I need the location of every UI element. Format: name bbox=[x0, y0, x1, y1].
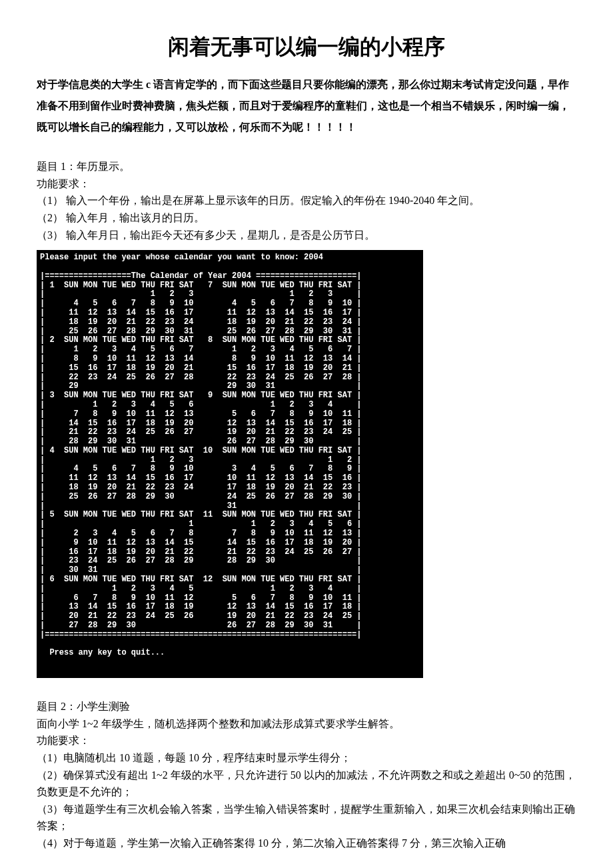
problem-1-req-label: 功能要求： bbox=[37, 175, 576, 193]
problem-1-item-2: （2） 输入年月，输出该月的日历。 bbox=[37, 209, 576, 227]
console-output: Please input the year whose calendar you… bbox=[37, 250, 423, 678]
problem-2-title: 题目 2：小学生测验 bbox=[37, 698, 576, 715]
problem-1-item-1: （1） 输入一个年份，输出是在屏幕上显示该年的日历。假定输入的年份在 1940-… bbox=[37, 192, 576, 209]
problem-1-item-3: （3） 输入年月日，输出距今天还有多少天，星期几，是否是公历节日。 bbox=[37, 227, 576, 244]
problem-2-item-3: （3）每道题学生有三次机会输入答案，当学生输入错误答案时，提醒学生重新输入，如果… bbox=[37, 801, 576, 835]
intro-paragraph: 对于学信息类的大学生 c 语言肯定学的，而下面这些题目只要你能编的漂亮，那么你过… bbox=[37, 74, 576, 138]
problem-1-title: 题目 1：年历显示。 bbox=[37, 158, 576, 175]
problem-2-desc: 面向小学 1~2 年级学生，随机选择两个整数和加减法形成算式要求学生解答。 bbox=[37, 715, 576, 733]
problem-2-item-1: （1）电脑随机出 10 道题，每题 10 分，程序结束时显示学生得分； bbox=[37, 749, 576, 767]
problem-2-item-4: （4）对于每道题，学生第一次输入正确答案得 10 分，第二次输入正确答案得 7 … bbox=[37, 835, 576, 852]
problem-2: 题目 2：小学生测验 面向小学 1~2 年级学生，随机选择两个整数和加减法形成算… bbox=[37, 698, 576, 851]
problem-1: 题目 1：年历显示。 功能要求： （1） 输入一个年份，输出是在屏幕上显示该年的… bbox=[37, 158, 576, 243]
problem-2-req-label: 功能要求： bbox=[37, 732, 576, 749]
problem-2-item-2: （2）确保算式没有超出 1~2 年级的水平，只允许进行 50 以内的加减法，不允… bbox=[37, 767, 576, 801]
page-title: 闲着无事可以编一编的小程序 bbox=[37, 30, 576, 64]
